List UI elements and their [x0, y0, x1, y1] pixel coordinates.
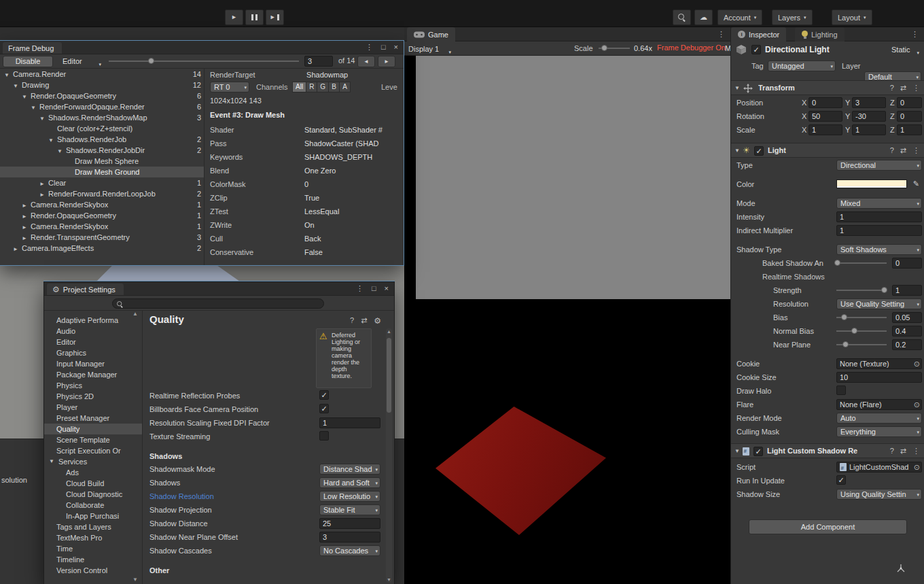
frame-slider-thumb[interactable]: [148, 58, 154, 64]
render-mode-dropdown[interactable]: Auto▾: [836, 413, 922, 424]
kebab-menu-icon[interactable]: ⋮: [912, 447, 920, 456]
presets-icon[interactable]: ⇄: [900, 447, 906, 456]
shadow-type-dropdown[interactable]: Soft Shadows▾: [836, 244, 922, 255]
bias-slider[interactable]: [836, 312, 887, 323]
slider-thumb[interactable]: [841, 314, 847, 320]
transform-position-y-field[interactable]: 3: [852, 97, 886, 108]
frame-number-field[interactable]: 3: [304, 56, 333, 67]
settings-nav-in-app-purchasi[interactable]: In-App Purchasi: [44, 511, 142, 521]
channel-button-g[interactable]: G: [317, 82, 329, 92]
frame-event-clear-color-z-stencil[interactable]: Clear (color+Z+stencil): [0, 123, 204, 134]
disable-button[interactable]: Disable: [3, 56, 53, 67]
slider-thumb[interactable]: [851, 328, 857, 334]
settings-nav-ads[interactable]: Ads: [44, 467, 142, 478]
play-button[interactable]: ►: [225, 10, 243, 25]
frame-event-shadows-rendershadowmap[interactable]: ▼Shadows.RenderShadowMap3: [0, 112, 204, 123]
active-checkbox[interactable]: ✓: [751, 45, 761, 54]
account-dropdown[interactable]: Account▾: [717, 10, 762, 25]
settings-nav-tags-and-layers[interactable]: Tags and Layers: [44, 521, 142, 532]
settings-nav-physics-2d[interactable]: Physics 2D: [44, 391, 142, 402]
help-icon[interactable]: ?: [890, 146, 894, 155]
settings-nav-time[interactable]: Time: [44, 543, 142, 554]
frame-event-camera-imageeffects[interactable]: ►Camera.ImageEffects2: [0, 243, 204, 254]
scroll-down-icon[interactable]: ▼: [132, 577, 138, 583]
intensity-field[interactable]: 1: [836, 211, 922, 222]
settings-nav-preset-manager[interactable]: Preset Manager: [44, 413, 142, 424]
strength-value-field[interactable]: 1: [892, 285, 922, 296]
near-plane-value-field[interactable]: 0.2: [892, 339, 922, 350]
layout-dropdown[interactable]: Layout▾: [832, 10, 872, 25]
foldout-open-icon[interactable]: ▼: [4, 70, 13, 80]
settings-nav-audio[interactable]: Audio: [44, 326, 142, 337]
slider-thumb[interactable]: [834, 260, 840, 266]
search-button[interactable]: [673, 10, 691, 25]
channel-button-all[interactable]: All: [292, 82, 306, 92]
foldout-open-icon[interactable]: ▼: [13, 81, 22, 90]
frame-event-renderforwardopaque-render[interactable]: ▼RenderForwardOpaque.Render6: [0, 101, 204, 112]
settings-nav-script-execution-or[interactable]: Script Execution Or: [44, 445, 142, 456]
run-in-update-checkbox[interactable]: ✓: [836, 475, 846, 485]
kebab-menu-icon[interactable]: ⋮: [912, 84, 920, 92]
settings-nav-version-control[interactable]: Version Control: [44, 565, 142, 576]
foldout-closed-icon[interactable]: ►: [22, 233, 31, 243]
indirect-multiplier-field[interactable]: 1: [836, 225, 922, 236]
settings-nav-physics[interactable]: Physics: [44, 380, 142, 391]
tab-inspector[interactable]: Inspector: [731, 27, 786, 41]
settings-nav-textmesh-pro[interactable]: TextMesh Pro: [44, 532, 142, 543]
foldout-open-icon[interactable]: ▼: [22, 92, 31, 101]
foldout-open-icon[interactable]: ▼: [734, 449, 740, 454]
shadow-size-dropdown[interactable]: Using Quality Settin▾: [836, 489, 922, 500]
frame-debug-tab[interactable]: Frame Debug: [3, 42, 62, 54]
foldout-open-icon[interactable]: ▼: [734, 148, 740, 154]
resolution-dropdown[interactable]: Use Quality Setting▾: [836, 298, 922, 309]
search-input[interactable]: [112, 298, 324, 309]
pause-button[interactable]: [245, 10, 264, 25]
channel-button-a[interactable]: A: [339, 82, 351, 92]
vertical-scrollbar[interactable]: ▲ ▼: [386, 328, 392, 583]
settings-nav-scene-template[interactable]: Scene Template: [44, 434, 142, 445]
type-dropdown[interactable]: Directional▾: [836, 160, 922, 171]
tab-game[interactable]: Game: [407, 27, 455, 41]
transform-position-x-field[interactable]: 0: [808, 97, 842, 108]
shadow-near-plane-offset-field[interactable]: 3: [319, 532, 380, 543]
foldout-open-icon[interactable]: ▼: [57, 146, 66, 156]
foldout-open-icon[interactable]: ▼: [31, 103, 39, 112]
frame-event-drawing[interactable]: ▼Drawing12: [0, 80, 204, 90]
display-dropdown[interactable]: Display 1▾: [408, 44, 453, 54]
kebab-menu-icon[interactable]: ⋮: [366, 43, 373, 52]
scale-slider[interactable]: [599, 43, 630, 54]
shadow-projection-dropdown[interactable]: Stable Fit▾: [319, 504, 380, 515]
light-enabled-checkbox[interactable]: ✓: [754, 146, 764, 156]
light-color-swatch[interactable]: [836, 179, 907, 188]
foldout-open-icon[interactable]: ▼: [734, 86, 740, 91]
foldout-closed-icon[interactable]: ►: [22, 222, 31, 232]
gear-icon[interactable]: ⚙: [374, 316, 381, 326]
frame-event-render-transparentgeometry[interactable]: ►Render.TransparentGeometry3: [0, 232, 204, 243]
slider-thumb[interactable]: [881, 287, 887, 293]
scroll-down-icon[interactable]: ▼: [387, 577, 391, 582]
mode-dropdown[interactable]: Mixed▾: [836, 198, 922, 209]
tab-lighting[interactable]: Lighting: [795, 27, 845, 41]
component-enabled-checkbox[interactable]: ✓: [753, 447, 763, 456]
normal-bias-slider[interactable]: [836, 326, 887, 337]
bias-value-field[interactable]: 0.05: [892, 312, 922, 323]
settings-nav-collaborate[interactable]: Collaborate: [44, 500, 142, 511]
slider-thumb[interactable]: [842, 341, 849, 347]
channel-button-b[interactable]: B: [328, 82, 340, 92]
foldout-closed-icon[interactable]: ►: [39, 179, 48, 188]
kebab-menu-icon[interactable]: ⋮: [356, 284, 363, 293]
presets-icon[interactable]: ⇄: [361, 316, 367, 326]
flare-object-field[interactable]: None (Flare)⊙: [836, 399, 922, 410]
foldout-open-icon[interactable]: ▼: [48, 135, 57, 145]
strength-slider[interactable]: [836, 285, 887, 296]
next-frame-button[interactable]: ►: [378, 56, 395, 67]
baked-shadow-an-value-field[interactable]: 0: [892, 258, 922, 269]
light-custom-shadow-section-header[interactable]: ▼ ✓ Light Custom Shadow Re ? ⇄ ⋮: [731, 443, 924, 458]
foldout-closed-icon[interactable]: ►: [22, 201, 31, 210]
transform-rotation-z-field[interactable]: 0: [897, 111, 922, 122]
cookie-object-field[interactable]: None (Texture)⊙: [836, 358, 922, 369]
frame-slider[interactable]: [109, 56, 299, 67]
kebab-menu-icon[interactable]: ⋮: [912, 146, 920, 155]
settings-nav-services[interactable]: ▼Services: [44, 456, 142, 467]
settings-nav-editor[interactable]: Editor: [44, 337, 142, 347]
